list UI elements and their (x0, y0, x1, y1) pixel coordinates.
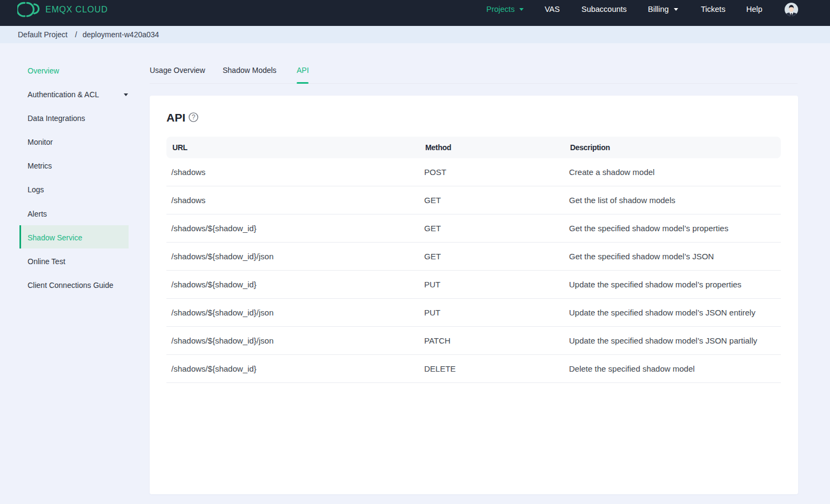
svg-text:?: ? (192, 113, 196, 121)
